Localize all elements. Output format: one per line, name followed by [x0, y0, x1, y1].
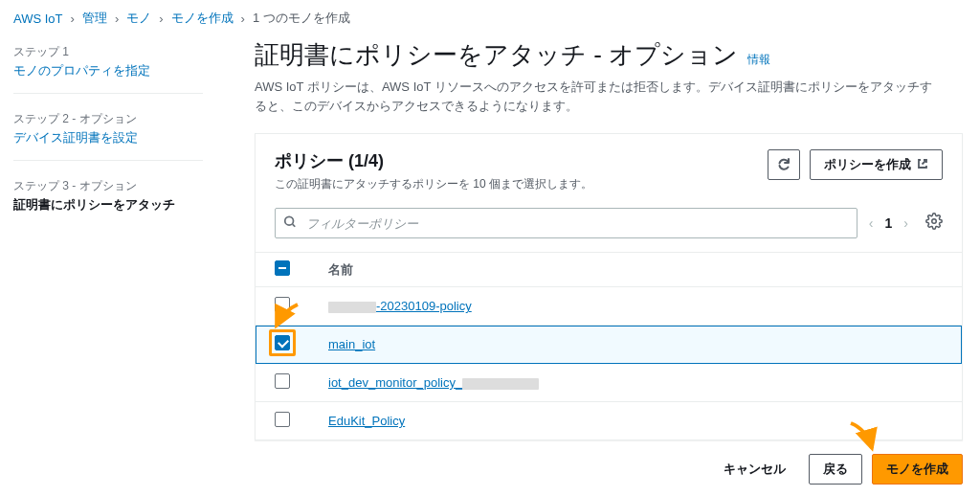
filter-input[interactable] [275, 208, 858, 238]
filter-input-wrap [275, 208, 858, 238]
row-checkbox[interactable] [275, 335, 290, 350]
step-2[interactable]: ステップ 2 - オプション デバイス証明書を設定 [13, 105, 203, 161]
svg-point-1 [932, 219, 937, 224]
step-2-title[interactable]: デバイス証明書を設定 [13, 129, 203, 147]
main-content: 証明書にポリシーをアタッチ - オプション 情報 AWS IoT ポリシーは、A… [222, 34, 980, 485]
row-checkbox[interactable] [275, 412, 290, 427]
table-row[interactable]: iot_dev_monitor_policy_ [256, 364, 962, 402]
settings-button[interactable] [920, 213, 943, 235]
external-link-icon [917, 158, 928, 172]
panel-title: ポリシー (1/4) [275, 149, 592, 172]
page-title-row: 証明書にポリシーをアタッチ - オプション 情報 [255, 38, 963, 72]
redacted-text [328, 302, 376, 313]
chevron-right-icon: › [159, 11, 163, 26]
step-2-label: ステップ 2 - オプション [13, 111, 203, 127]
breadcrumb-manage[interactable]: 管理 [82, 10, 107, 27]
next-page[interactable]: › [902, 215, 910, 231]
policies-panel: ポリシー (1/4) この証明書にアタッチするポリシーを 10 個まで選択します… [255, 133, 963, 440]
wizard-steps: ステップ 1 モノのプロパティを指定 ステップ 2 - オプション デバイス証明… [0, 34, 222, 485]
refresh-button[interactable] [768, 149, 800, 180]
table-row[interactable]: -20230109-policy [256, 287, 962, 326]
wizard-footer: キャンセル 戻る モノを作成 [255, 440, 963, 485]
select-all-checkbox[interactable] [275, 260, 290, 276]
step-3-title: 証明書にポリシーをアタッチ [13, 196, 203, 214]
policy-link[interactable]: main_iot [328, 337, 375, 351]
step-1-title[interactable]: モノのプロパティを指定 [13, 62, 203, 79]
row-checkbox[interactable] [275, 373, 290, 389]
cancel-button[interactable]: キャンセル [710, 454, 799, 485]
breadcrumb-create-things[interactable]: モノを作成 [171, 10, 234, 27]
page-title: 証明書にポリシーをアタッチ - オプション [255, 38, 738, 72]
back-button[interactable]: 戻る [809, 454, 862, 485]
breadcrumb: AWS IoT › 管理 › モノ › モノを作成 › 1 つのモノを作成 [0, 0, 980, 34]
create-policy-button[interactable]: ポリシーを作成 [810, 149, 943, 180]
search-icon [283, 215, 297, 232]
refresh-icon [776, 156, 791, 174]
create-policy-label: ポリシーを作成 [824, 156, 911, 173]
step-3-label: ステップ 3 - オプション [13, 178, 203, 194]
prev-page[interactable]: ‹ [867, 215, 876, 231]
table-row[interactable]: EduKit_Policy [256, 402, 962, 440]
page-description: AWS IoT ポリシーは、AWS IoT リソースへのアクセスを許可または拒否… [255, 78, 944, 116]
header-name[interactable]: 名前 [309, 253, 962, 287]
svg-point-0 [285, 217, 294, 226]
policy-link[interactable]: EduKit_Policy [328, 414, 405, 428]
policies-table: 名前 -20230109-policy main_iot [256, 252, 962, 440]
create-thing-button[interactable]: モノを作成 [872, 454, 963, 485]
chevron-right-icon: › [115, 11, 119, 26]
info-link[interactable]: 情報 [747, 52, 770, 68]
page-number: 1 [885, 215, 893, 231]
pager: ‹ 1 › [867, 215, 910, 231]
redacted-text [462, 378, 539, 390]
policy-link[interactable]: -20230109-policy [328, 299, 472, 313]
chevron-right-icon: › [241, 11, 245, 26]
breadcrumb-aws-iot[interactable]: AWS IoT [13, 11, 63, 26]
filter-row: ‹ 1 › [256, 202, 962, 252]
chevron-right-icon: › [71, 11, 75, 26]
panel-subtitle: この証明書にアタッチするポリシーを 10 個まで選択します。 [275, 176, 592, 192]
breadcrumb-things[interactable]: モノ [126, 10, 151, 27]
policy-link[interactable]: iot_dev_monitor_policy_ [328, 375, 539, 390]
step-1[interactable]: ステップ 1 モノのプロパティを指定 [13, 38, 203, 94]
panel-header: ポリシー (1/4) この証明書にアタッチするポリシーを 10 個まで選択します… [256, 134, 962, 202]
step-1-label: ステップ 1 [13, 44, 203, 60]
header-checkbox-cell [256, 253, 309, 287]
step-3: ステップ 3 - オプション 証明書にポリシーをアタッチ [13, 172, 203, 227]
row-checkbox[interactable] [275, 297, 290, 312]
table-row[interactable]: main_iot [256, 326, 962, 364]
breadcrumb-current: 1 つのモノを作成 [253, 10, 350, 27]
